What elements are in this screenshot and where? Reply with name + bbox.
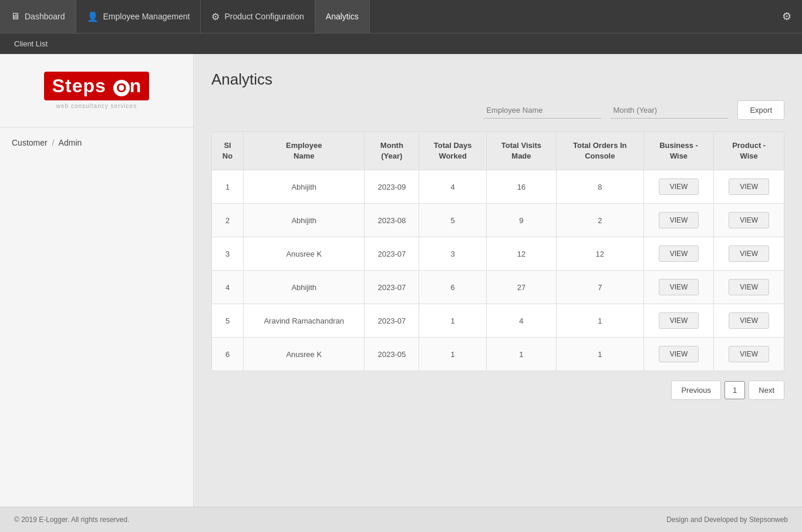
header-row: SlNo EmployeeName Month(Year) Total Days… [212, 132, 784, 170]
cell-orders-4: 1 [556, 304, 643, 338]
user-separator: / [52, 138, 55, 147]
col-total-visits: Total VisitsMade [486, 132, 556, 170]
product-view-btn-4[interactable]: VIEW [729, 312, 769, 329]
col-month-year: Month(Year) [365, 132, 419, 170]
cell-days-3: 6 [419, 271, 487, 304]
cell-employee-4: Aravind Ramachandran [244, 304, 365, 338]
business-view-btn-4[interactable]: VIEW [659, 312, 699, 329]
cell-sl-5: 6 [212, 338, 244, 371]
page-number-1[interactable]: 1 [725, 381, 745, 399]
cell-days-2: 3 [419, 237, 487, 271]
table-row: 5 Aravind Ramachandran 2023-07 1 4 1 VIE… [212, 304, 784, 338]
cell-visits-4: 4 [486, 304, 556, 338]
col-total-days: Total DaysWorked [419, 132, 487, 170]
cell-orders-2: 12 [556, 237, 643, 271]
cell-business-1: VIEW [643, 204, 714, 237]
cell-visits-0: 16 [486, 170, 556, 204]
col-business-wise: Business -Wise [643, 132, 714, 170]
cell-sl-4: 5 [212, 304, 244, 338]
cell-product-3: VIEW [714, 271, 784, 304]
nav-product-label: Product Configuration [224, 12, 304, 21]
cell-visits-1: 9 [486, 204, 556, 237]
product-view-btn-1[interactable]: VIEW [729, 212, 769, 228]
table-header: SlNo EmployeeName Month(Year) Total Days… [212, 132, 784, 170]
cell-product-2: VIEW [714, 237, 784, 271]
cell-sl-0: 1 [212, 170, 244, 204]
sub-navigation: Client List [0, 33, 802, 54]
cell-month-2: 2023-07 [365, 237, 419, 271]
nav-analytics-label: Analytics [326, 12, 359, 21]
cell-business-5: VIEW [643, 338, 714, 371]
cell-product-0: VIEW [714, 170, 784, 204]
previous-button[interactable]: Previous [671, 381, 721, 400]
sidebar-logo: Steps On web consultancy services [0, 54, 193, 127]
logo-main: Steps On [44, 72, 150, 100]
nav-employee-management[interactable]: 👤 Employee Management [76, 0, 201, 33]
settings-button[interactable]: ⚙ [771, 10, 802, 23]
business-view-btn-3[interactable]: VIEW [659, 279, 699, 295]
cell-month-3: 2023-07 [365, 271, 419, 304]
table-row: 3 Anusree K 2023-07 3 12 12 VIEW VIEW [212, 237, 784, 271]
cell-month-4: 2023-07 [365, 304, 419, 338]
cell-business-0: VIEW [643, 170, 714, 204]
table-row: 2 Abhijith 2023-08 5 9 2 VIEW VIEW [212, 204, 784, 237]
user-customer: Customer [12, 138, 48, 147]
cell-sl-2: 3 [212, 237, 244, 271]
cell-business-4: VIEW [643, 304, 714, 338]
cell-days-1: 5 [419, 204, 487, 237]
cell-visits-5: 1 [486, 338, 556, 371]
cell-orders-1: 2 [556, 204, 643, 237]
col-employee-name: EmployeeName [244, 132, 365, 170]
logo-subtitle: web consultancy services [56, 103, 137, 109]
nav-product-configuration[interactable]: ⚙ Product Configuration [201, 0, 315, 33]
cell-orders-0: 8 [556, 170, 643, 204]
cell-business-3: VIEW [643, 271, 714, 304]
table-row: 6 Anusree K 2023-05 1 1 1 VIEW VIEW [212, 338, 784, 371]
cell-days-4: 1 [419, 304, 487, 338]
config-icon: ⚙ [211, 11, 220, 22]
export-button[interactable]: Export [737, 100, 784, 120]
month-year-input[interactable] [611, 102, 728, 119]
col-product-wise: Product -Wise [714, 132, 784, 170]
page-title: Analytics [211, 70, 784, 89]
cell-days-0: 4 [419, 170, 487, 204]
business-view-btn-1[interactable]: VIEW [659, 212, 699, 228]
product-view-btn-0[interactable]: VIEW [729, 179, 769, 195]
employee-icon: 👤 [87, 11, 99, 22]
business-view-btn-5[interactable]: VIEW [659, 346, 699, 362]
sidebar-user: Customer / Admin [0, 127, 193, 158]
employee-name-input[interactable] [484, 102, 601, 119]
cell-employee-2: Anusree K [244, 237, 365, 271]
content-area: Analytics Export SlNo EmployeeName Month… [194, 54, 802, 507]
cell-orders-3: 7 [556, 271, 643, 304]
cell-employee-3: Abhijith [244, 271, 365, 304]
cell-product-1: VIEW [714, 204, 784, 237]
nav-dashboard[interactable]: 🖥 Dashboard [0, 0, 76, 33]
logo-wrapper: Steps On web consultancy services [44, 72, 150, 109]
cell-month-5: 2023-05 [365, 338, 419, 371]
product-view-btn-5[interactable]: VIEW [729, 346, 769, 362]
user-role: Admin [59, 138, 82, 147]
top-navigation: 🖥 Dashboard 👤 Employee Management ⚙ Prod… [0, 0, 802, 33]
nav-analytics[interactable]: Analytics [315, 0, 370, 33]
cell-visits-3: 27 [486, 271, 556, 304]
product-view-btn-2[interactable]: VIEW [729, 245, 769, 262]
product-view-btn-3[interactable]: VIEW [729, 279, 769, 295]
cell-sl-1: 2 [212, 204, 244, 237]
business-view-btn-0[interactable]: VIEW [659, 179, 699, 195]
credits-text: Design and Developed by Stepsonweb [666, 516, 788, 524]
next-button[interactable]: Next [749, 381, 784, 400]
cell-business-2: VIEW [643, 237, 714, 271]
table-row: 1 Abhijith 2023-09 4 16 8 VIEW VIEW [212, 170, 784, 204]
main-layout: Steps On web consultancy services Custom… [0, 54, 802, 507]
nav-client-list[interactable]: Client List [6, 35, 56, 53]
cell-employee-0: Abhijith [244, 170, 365, 204]
cell-product-4: VIEW [714, 304, 784, 338]
cell-month-1: 2023-08 [365, 204, 419, 237]
nav-employee-label: Employee Management [103, 12, 190, 21]
cell-days-5: 1 [419, 338, 487, 371]
analytics-table: SlNo EmployeeName Month(Year) Total Days… [211, 132, 784, 371]
col-sl-no: SlNo [212, 132, 244, 170]
business-view-btn-2[interactable]: VIEW [659, 245, 699, 262]
cell-employee-5: Anusree K [244, 338, 365, 371]
